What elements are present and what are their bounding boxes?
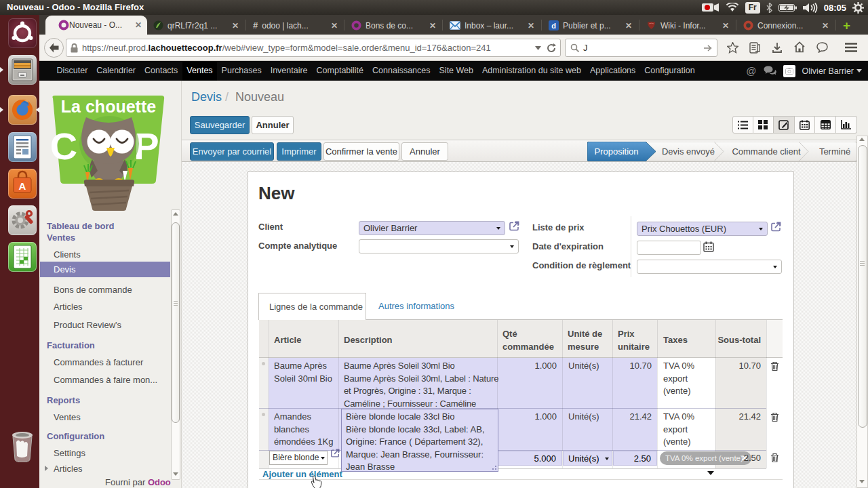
svg-text:Terminé: Terminé	[819, 146, 850, 157]
svg-text:Devis envoyé: Devis envoyé	[662, 146, 715, 157]
svg-text:d: d	[551, 22, 556, 30]
svg-text:C: C	[50, 125, 77, 167]
svg-text:La chouette: La chouette	[61, 97, 156, 116]
svg-text:A: A	[19, 180, 26, 192]
svg-text:Commande client: Commande client	[732, 146, 801, 157]
svg-text:Proposition: Proposition	[594, 146, 638, 157]
